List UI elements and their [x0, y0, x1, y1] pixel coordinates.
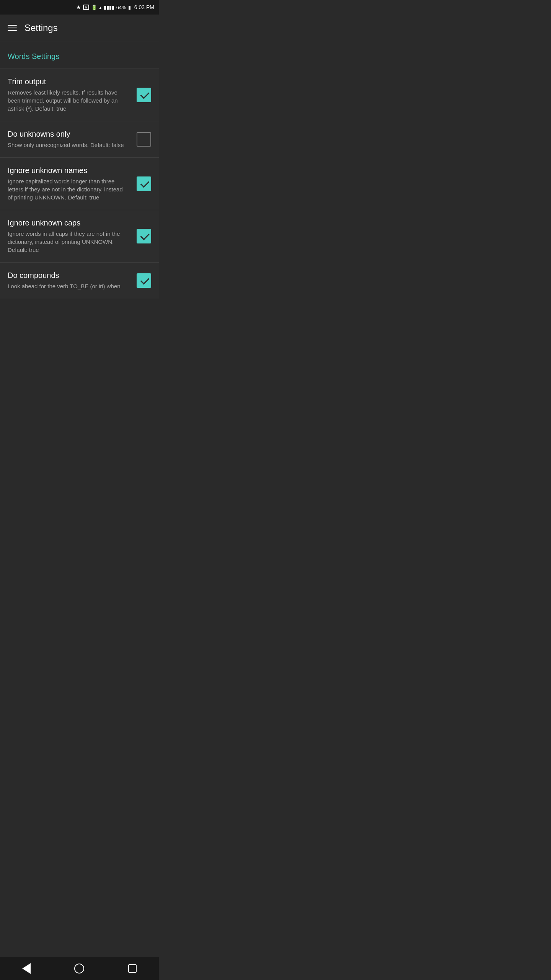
- setting-ignore-unknown-caps-title: Ignore unknown caps: [8, 219, 129, 227]
- nav-back-button[interactable]: [15, 957, 38, 980]
- setting-do-unknowns-only-title: Do unknowns only: [8, 130, 129, 139]
- recents-icon: [128, 964, 137, 973]
- setting-ignore-unknown-caps[interactable]: Ignore unknown caps Ignore words in all …: [0, 210, 159, 262]
- setting-do-compounds-desc: Look ahead for the verb TO_BE (or iri) w…: [8, 282, 129, 290]
- trim-output-checkbox[interactable]: [137, 88, 151, 102]
- wifi-icon: ▴: [99, 5, 102, 10]
- home-icon: [74, 964, 84, 973]
- vibrate-icon: 🔋: [91, 5, 97, 10]
- do-unknowns-only-checkbox[interactable]: [137, 132, 151, 147]
- settings-list: Trim output Removes least likely results…: [0, 69, 159, 299]
- ignore-unknown-caps-checkbox[interactable]: [137, 229, 151, 243]
- setting-ignore-unknown-names-text: Ignore unknown names Ignore capitalized …: [8, 166, 137, 201]
- app-title: Settings: [24, 23, 58, 33]
- hamburger-menu-button[interactable]: [8, 25, 17, 31]
- section-header: Words Settings: [0, 41, 159, 69]
- signal-icon: ▮▮▮▮: [104, 5, 114, 10]
- setting-ignore-unknown-names-desc: Ignore capitalized words longer than thr…: [8, 177, 129, 201]
- status-time: 6:03 PM: [134, 4, 154, 10]
- section-title: Words Settings: [8, 52, 59, 60]
- setting-do-compounds-text: Do compounds Look ahead for the verb TO_…: [8, 271, 137, 290]
- battery-icon: ▮: [128, 5, 131, 10]
- setting-trim-output-title: Trim output: [8, 77, 129, 86]
- setting-ignore-unknown-names[interactable]: Ignore unknown names Ignore capitalized …: [0, 157, 159, 210]
- nav-home-button[interactable]: [68, 957, 91, 980]
- setting-ignore-unknown-caps-desc: Ignore words in all caps if they are not…: [8, 230, 129, 254]
- setting-do-unknowns-only[interactable]: Do unknowns only Show only unrecognized …: [0, 121, 159, 157]
- hamburger-line-1: [8, 25, 17, 26]
- setting-trim-output-text: Trim output Removes least likely results…: [8, 77, 137, 113]
- bottom-nav-bar: [0, 957, 159, 980]
- setting-do-unknowns-only-desc: Show only unrecognized words. Default: f…: [8, 141, 129, 149]
- setting-ignore-unknown-names-title: Ignore unknown names: [8, 166, 129, 175]
- main-content: Words Settings Trim output Removes least…: [0, 41, 159, 322]
- nav-recents-button[interactable]: [121, 957, 144, 980]
- battery-percentage: 64%: [116, 5, 126, 10]
- setting-do-compounds-title: Do compounds: [8, 271, 129, 280]
- status-bar: ★ N 🔋 ▴ ▮▮▮▮ 64% ▮ 6:03 PM: [0, 0, 159, 15]
- nfc-icon: N: [83, 5, 89, 10]
- hamburger-line-3: [8, 30, 17, 31]
- ignore-unknown-names-checkbox[interactable]: [137, 176, 151, 191]
- status-icons: ★ N 🔋 ▴ ▮▮▮▮ 64% ▮ 6:03 PM: [76, 4, 154, 10]
- bluetooth-icon: ★: [76, 4, 81, 10]
- hamburger-line-2: [8, 28, 17, 28]
- setting-trim-output[interactable]: Trim output Removes least likely results…: [0, 69, 159, 121]
- app-bar: Settings: [0, 15, 159, 41]
- do-compounds-checkbox[interactable]: [137, 273, 151, 288]
- setting-do-unknowns-only-text: Do unknowns only Show only unrecognized …: [8, 130, 137, 149]
- setting-do-compounds[interactable]: Do compounds Look ahead for the verb TO_…: [0, 262, 159, 299]
- setting-trim-output-desc: Removes least likely results. If results…: [8, 88, 129, 113]
- setting-ignore-unknown-caps-text: Ignore unknown caps Ignore words in all …: [8, 219, 137, 254]
- back-icon: [22, 963, 31, 974]
